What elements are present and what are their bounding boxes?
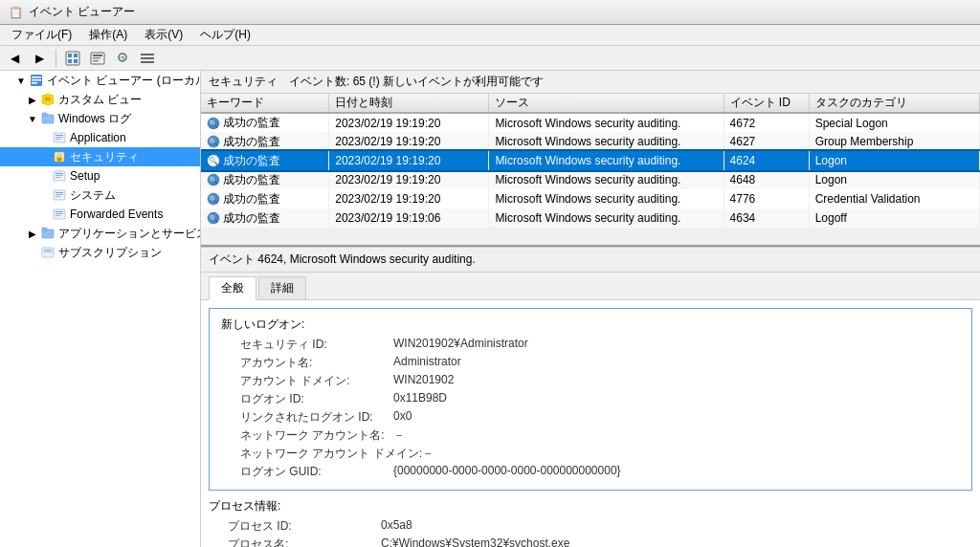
svg-rect-39	[56, 213, 63, 214]
toolbar-icon-1	[65, 51, 80, 66]
col-category[interactable]: タスクのカテゴリ	[809, 94, 979, 113]
col-datetime[interactable]: 日付と時刻	[329, 94, 489, 113]
svg-rect-2	[74, 54, 78, 57]
event-detail: イベント 4624, Microsoft Windows security au…	[201, 247, 980, 547]
svg-rect-15	[32, 77, 41, 78]
col-keyword[interactable]: キーワード	[201, 94, 329, 113]
detail-row-security-id: セキュリティ ID: WIN201902¥Administrator	[221, 337, 960, 353]
value-logon-id: 0x11B98D	[393, 391, 447, 407]
cell-eventid: 4634	[724, 208, 809, 228]
detail-row-process-name: プロセス名: C:¥Windows¥System32¥svchost.exe	[209, 536, 972, 547]
event-list-header-text: セキュリティ イベント数: 65 (!) 新しいイベントが利用可能です	[209, 74, 544, 90]
application-label: Application	[70, 131, 126, 144]
sidebar-item-forwarded-events[interactable]: ▶ Forwarded Events	[0, 205, 200, 224]
svg-rect-3	[68, 59, 72, 63]
security-label: セキュリティ	[70, 149, 139, 165]
table-row[interactable]: 🔍 成功の監査 2023/02/19 19:19:20Microsoft Win…	[201, 132, 980, 151]
svg-rect-34	[56, 192, 63, 193]
svg-rect-20	[45, 99, 51, 100]
section-new-logon: 新しいログオン: セキュリティ ID: WIN201902¥Administra…	[209, 308, 972, 491]
menu-actions[interactable]: 操作(A)	[81, 25, 135, 45]
tab-general[interactable]: 全般	[209, 276, 256, 300]
sidebar-item-application[interactable]: ▶ Application	[0, 128, 200, 147]
detail-row-logon-id: ログオン ID: 0x11B98D	[221, 391, 960, 407]
menu-view[interactable]: 表示(V)	[137, 25, 190, 45]
sidebar-item-app-service[interactable]: ▶ アプリケーションとサービス ログ	[0, 224, 200, 243]
expand-arrow-custom-views: ▶	[27, 94, 38, 105]
col-eventid[interactable]: イベント ID	[724, 94, 809, 113]
menu-help[interactable]: ヘルプ(H)	[192, 25, 258, 45]
table-row[interactable]: 🔍 成功の監査 2023/02/19 19:19:20Microsoft Win…	[201, 151, 980, 170]
sidebar-item-event-viewer[interactable]: ▼ イベント ビューアー (ローカル)	[0, 71, 200, 90]
new-logon-box: 新しいログオン: セキュリティ ID: WIN201902¥Administra…	[209, 308, 972, 491]
sidebar-item-windows-log[interactable]: ▼ Windows ログ	[0, 109, 200, 128]
cell-keyword: 🔍 成功の監査	[201, 132, 329, 151]
svg-rect-19	[45, 98, 51, 98]
toolbar-btn-4[interactable]	[137, 49, 158, 68]
sidebar-item-subscriptions[interactable]: ▶ サブスクリプション	[0, 243, 200, 262]
table-row[interactable]: 🔍 成功の監査 2023/02/19 19:19:20Microsoft Win…	[201, 170, 980, 189]
cell-datetime: 2023/02/19 19:19:20	[329, 113, 489, 132]
cell-category: Credential Validation	[809, 189, 979, 208]
sidebar: ▼ イベント ビューアー (ローカル) ▶ カスタム ビュー ▼ Windows…	[0, 71, 201, 547]
event-table-container[interactable]: キーワード 日付と時刻 ソース イベント ID タスクのカテゴリ 🔍 成功の監査…	[201, 94, 980, 247]
event-table: キーワード 日付と時刻 ソース イベント ID タスクのカテゴリ 🔍 成功の監査…	[201, 94, 980, 228]
tab-detail[interactable]: 詳細	[258, 276, 306, 299]
event-viewer-label: イベント ビューアー (ローカル)	[47, 73, 201, 89]
detail-row-logon-guid: ログオン GUID: {00000000-0000-0000-0000-0000…	[221, 464, 960, 480]
detail-row-linked-logon-id: リンクされたログオン ID: 0x0	[221, 409, 960, 426]
forward-button[interactable]: ▶	[29, 49, 50, 68]
title-bar: 📋 イベント ビューアー	[0, 0, 980, 25]
table-row[interactable]: 🔍 成功の監査 2023/02/19 19:19:20Microsoft Win…	[201, 189, 980, 208]
svg-rect-22	[42, 113, 47, 116]
svg-rect-40	[56, 215, 60, 216]
menu-file[interactable]: ファイル(F)	[4, 25, 79, 45]
value-network-account-domain: －	[422, 446, 434, 462]
label-account-domain: アカウント ドメイン:	[221, 373, 393, 389]
event-list-header: セキュリティ イベント数: 65 (!) 新しいイベントが利用可能です	[201, 71, 980, 94]
custom-views-label: カスタム ビュー	[58, 92, 142, 108]
cell-datetime: 2023/02/19 19:19:20	[329, 189, 489, 208]
back-button[interactable]: ◀	[4, 49, 25, 68]
toolbar-btn-1[interactable]	[62, 49, 83, 68]
toolbar-btn-2[interactable]	[87, 49, 108, 68]
keyword-icon: 🔍	[207, 211, 220, 225]
svg-rect-38	[56, 211, 63, 212]
detail-row-process-id: プロセス ID: 0x5a8	[209, 518, 972, 535]
label-network-account-name: ネットワーク アカウント名:	[221, 427, 393, 444]
svg-rect-24	[56, 135, 63, 136]
forwarded-events-label: Forwarded Events	[70, 208, 163, 221]
cell-source: Microsoft Windows security auditing.	[489, 189, 724, 208]
toolbar-btn-3[interactable]: ?	[112, 49, 133, 68]
cell-category: Logon	[809, 170, 979, 189]
toolbar-icon-4	[140, 51, 155, 66]
svg-rect-1	[68, 54, 72, 57]
col-source[interactable]: ソース	[489, 94, 724, 113]
value-network-account-name: －	[393, 427, 405, 444]
table-row[interactable]: 🔍 成功の監査 2023/02/19 19:19:20Microsoft Win…	[201, 113, 980, 132]
svg-rect-30	[56, 173, 63, 174]
cell-category: Special Logon	[809, 113, 979, 132]
sidebar-item-setup[interactable]: ▶ Setup	[0, 166, 200, 186]
cell-source: Microsoft Windows security auditing.	[489, 132, 724, 151]
sidebar-item-custom-views[interactable]: ▶ カスタム ビュー	[0, 90, 200, 109]
cell-source: Microsoft Windows security auditing.	[489, 151, 724, 170]
sidebar-item-security[interactable]: ▶ 🔒 セキュリティ	[0, 147, 200, 166]
event-content: 新しいログオン: セキュリティ ID: WIN201902¥Administra…	[201, 300, 980, 547]
cell-keyword: 🔍 成功の監査	[201, 189, 329, 208]
table-row[interactable]: 🔍 成功の監査 2023/02/19 19:19:06Microsoft Win…	[201, 208, 980, 228]
svg-rect-7	[93, 57, 100, 59]
forwarded-events-icon	[52, 207, 67, 222]
sidebar-item-system[interactable]: ▶ システム	[0, 186, 200, 205]
svg-rect-32	[56, 177, 60, 178]
cell-eventid: 4624	[724, 151, 809, 170]
title-bar-text: イベント ビューアー	[29, 4, 135, 20]
app-service-icon	[40, 226, 56, 241]
cell-eventid: 4648	[724, 170, 809, 189]
cell-datetime: 2023/02/19 19:19:06	[329, 208, 489, 228]
table-header-row: キーワード 日付と時刻 ソース イベント ID タスクのカテゴリ	[201, 94, 980, 113]
svg-rect-41	[42, 230, 54, 238]
cell-datetime: 2023/02/19 19:19:20	[329, 132, 489, 151]
svg-text:?: ?	[121, 55, 125, 63]
svg-rect-36	[56, 196, 60, 197]
